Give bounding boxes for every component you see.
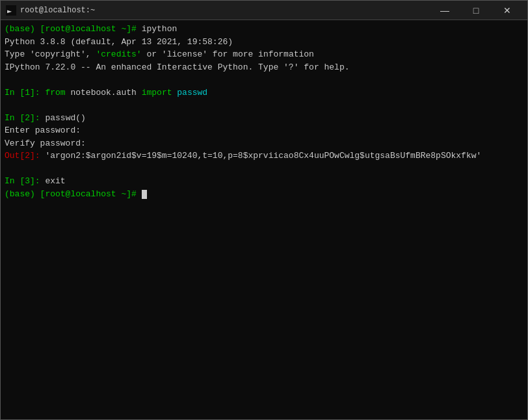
terminal-line-4: IPython 7.22.0 -- An enhanced Interactiv… xyxy=(5,61,523,74)
terminal-body[interactable]: (base) [root@localhost ~]# ipython Pytho… xyxy=(1,20,527,419)
terminal-line-blank1 xyxy=(5,73,523,86)
maximize-button[interactable]: □ xyxy=(461,1,491,20)
terminal-line-in2: In [2]: passwd() xyxy=(5,112,523,125)
terminal-line-2: Python 3.8.8 (default, Apr 13 2021, 19:5… xyxy=(5,36,523,49)
close-button[interactable]: ✕ xyxy=(492,1,522,20)
terminal-line-in1: In [1]: from notebook.auth import passwd xyxy=(5,86,523,99)
titlebar: ► root@localhost:~ — □ ✕ xyxy=(1,1,527,20)
terminal-line-blank3 xyxy=(5,163,523,176)
terminal-line-blank2 xyxy=(5,99,523,112)
terminal-line-in3: In [3]: exit xyxy=(5,175,523,188)
window-controls: — □ ✕ xyxy=(430,1,522,20)
terminal-line-verify-pw: Verify password: xyxy=(5,137,523,150)
terminal-line-1: (base) [root@localhost ~]# ipython xyxy=(5,23,523,36)
terminal-line-enter-pw: Enter password: xyxy=(5,124,523,137)
window-title: root@localhost:~ xyxy=(20,6,95,15)
titlebar-left: ► root@localhost:~ xyxy=(6,5,95,16)
app-icon: ► xyxy=(6,5,16,16)
svg-text:►: ► xyxy=(7,7,12,16)
terminal-line-out2: Out[2]: 'argon2:$argon2id$v=19$m=10240,t… xyxy=(5,150,523,163)
terminal-window: ► root@localhost:~ — □ ✕ (base) [root@lo… xyxy=(0,0,528,420)
terminal-cursor xyxy=(142,190,147,199)
terminal-line-final: (base) [root@localhost ~]# xyxy=(5,188,523,201)
minimize-button[interactable]: — xyxy=(430,1,460,20)
terminal-line-3: Type 'copyright', 'credits' or 'license'… xyxy=(5,48,523,61)
